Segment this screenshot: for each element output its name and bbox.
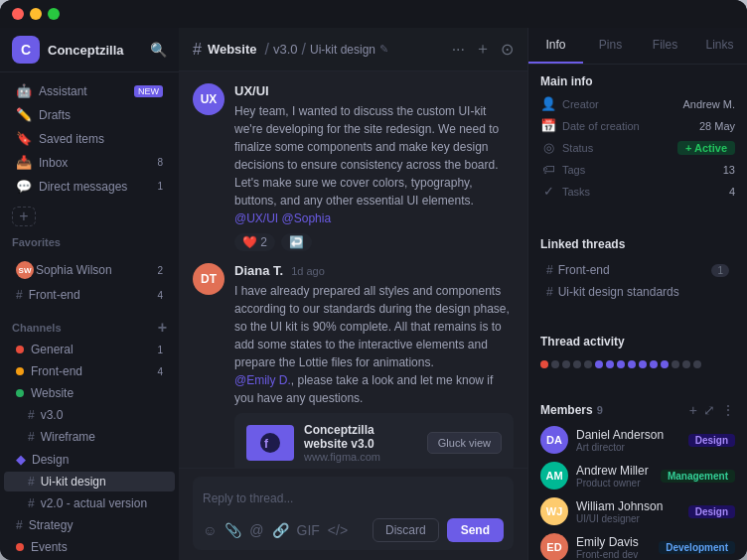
dot-12 xyxy=(661,360,669,368)
channel-general[interactable]: General 1 xyxy=(4,340,175,359)
code-icon[interactable]: </> xyxy=(328,522,348,538)
emoji-icon[interactable]: ☺ xyxy=(203,522,217,538)
more-icon[interactable]: ··· xyxy=(452,41,465,59)
chat-input-field[interactable]: Reply to thread... xyxy=(203,485,504,512)
v20-label: v2.0 - actual version xyxy=(41,496,147,510)
inbox-count: 8 xyxy=(157,157,163,168)
general-dot xyxy=(16,346,24,353)
sidebar-item-drafts[interactable]: ✏️ Drafts xyxy=(4,103,175,126)
gif-icon[interactable]: GIF xyxy=(297,522,320,538)
search-icon[interactable]: 🔍 xyxy=(150,42,167,58)
emily-name: Emily Davis xyxy=(576,535,651,549)
link-icon[interactable]: 🔗 xyxy=(272,522,289,538)
minimize-button[interactable] xyxy=(30,8,42,20)
creator-value: Andrew M. xyxy=(682,98,735,110)
channel-ui-kit[interactable]: # Ui-kit design xyxy=(4,472,175,491)
channels-header: Channels + xyxy=(0,313,179,339)
dot-9 xyxy=(628,360,636,368)
sidebar-item-saved[interactable]: 🔖 Saved items xyxy=(4,127,175,150)
edit-icon[interactable]: ✎ xyxy=(379,43,388,56)
tags-label: Tags xyxy=(562,164,717,176)
william-role: UI/UI designer xyxy=(576,513,680,524)
frontend-label: Front-end xyxy=(31,364,82,378)
discard-button[interactable]: Discard xyxy=(373,518,439,542)
tags-row: 🏷 Tags 13 xyxy=(540,162,735,177)
william-tag: Design xyxy=(688,505,735,518)
channel-events[interactable]: Events xyxy=(4,537,175,557)
add-workspace-button[interactable]: + xyxy=(12,207,36,226)
close-button[interactable] xyxy=(12,8,24,20)
tab-pins[interactable]: Pins xyxy=(583,28,638,64)
channel-v3[interactable]: # v3.0 xyxy=(4,405,175,425)
tasks-label: Tasks xyxy=(562,186,723,198)
hash-icon: # xyxy=(16,288,23,302)
add-channel-icon[interactable]: + xyxy=(158,319,167,337)
expand-members-icon[interactable]: ⤢ xyxy=(703,402,715,418)
dot-13 xyxy=(672,360,679,368)
maximize-button[interactable] xyxy=(48,8,60,20)
attach-icon[interactable]: 📎 xyxy=(224,522,241,538)
msg1-reaction-heart[interactable]: ❤️ 2 xyxy=(234,233,275,251)
chat-version: v3.0 xyxy=(273,42,298,57)
thread1-badge: 1 xyxy=(711,264,729,277)
thread-ui-kit[interactable]: #Ui-kit design standards xyxy=(540,281,735,303)
strategy-hash: # xyxy=(16,518,23,532)
tasks-icon: ✓ xyxy=(540,184,556,199)
tab-links[interactable]: Links xyxy=(692,28,747,64)
creator-label: Creator xyxy=(562,98,676,110)
figma-card: f Conceptzilla website v3.0 www.figma.co… xyxy=(234,413,514,468)
ui-kit-hash: # xyxy=(28,475,35,489)
channel-design[interactable]: ◆ Design xyxy=(4,449,175,470)
creation-label: Date of creation xyxy=(562,120,693,132)
daniel-avatar: DA xyxy=(540,426,568,454)
send-button[interactable]: Send xyxy=(447,518,504,542)
thread-frontend[interactable]: #Front-end 1 xyxy=(540,259,735,281)
members-title: Members 9 xyxy=(540,403,603,417)
tasks-value: 4 xyxy=(729,186,735,198)
channel-wireframe[interactable]: # Wireframe xyxy=(4,427,175,447)
sidebar-item-assistant[interactable]: 🤖 Assistant NEW xyxy=(4,79,175,102)
andrew-avatar: AM xyxy=(540,462,568,490)
saved-label: Saved items xyxy=(39,132,163,146)
msg1-mention-text: @UX/UI @Sophia xyxy=(234,211,331,225)
tags-icon: 🏷 xyxy=(540,162,556,177)
channel-strategy[interactable]: # Strategy xyxy=(4,515,175,535)
add-member-icon[interactable]: + xyxy=(689,402,697,418)
status-label: Status xyxy=(562,142,672,154)
emily-info: Emily Davis Front-end dev xyxy=(576,535,651,560)
channel-frontend[interactable]: Front-end 4 xyxy=(4,361,175,381)
design-dot: ◆ xyxy=(16,452,26,467)
msg1-reaction-reply[interactable]: ↩️ xyxy=(281,233,312,251)
tab-files[interactable]: Files xyxy=(638,28,692,64)
members-count: 9 xyxy=(597,404,603,416)
add-to-header-icon[interactable]: ＋ xyxy=(475,39,491,60)
sidebar-item-sophia[interactable]: SW Sophia Wilson 2 xyxy=(4,257,175,283)
channel-v20[interactable]: # v2.0 - actual version xyxy=(4,493,175,513)
settings-icon[interactable]: ⊙ xyxy=(501,40,514,59)
msg1-content: UX/UI Hey team, I wanted to discuss the … xyxy=(234,83,514,251)
andrew-role: Product owner xyxy=(576,478,653,489)
channels-label: Channels xyxy=(12,322,62,334)
msg2-avatar: DT xyxy=(193,263,224,295)
msg2-header: Diana T. 1d ago xyxy=(234,263,514,278)
mention-icon[interactable]: @ xyxy=(249,522,263,538)
title-bar xyxy=(0,0,747,28)
sidebar-item-inbox[interactable]: 📥 Inbox 8 xyxy=(4,151,175,174)
msg1-header: UX/UI xyxy=(234,83,514,98)
chat-input-toolbar: ☺ 📎 @ 🔗 GIF </> Discard Send xyxy=(203,518,504,542)
figma-view-button[interactable]: Gluck view xyxy=(427,432,502,454)
sidebar-item-frontend-fav[interactable]: # Front-end 4 xyxy=(4,284,175,306)
assistant-label: Assistant xyxy=(39,84,130,98)
favorites-label: Favorites xyxy=(12,236,61,248)
sidebar-item-dm[interactable]: 💬 Direct messages 1 xyxy=(4,175,175,198)
thread1-label: Front-end xyxy=(558,263,610,277)
filter-members-icon[interactable]: ⋮ xyxy=(721,402,735,418)
chat-header: # Website / v3.0 / Ui-kit design ✎ ··· ＋… xyxy=(179,28,527,71)
daniel-info: Daniel Anderson Art director xyxy=(576,428,680,453)
figma-thumbnail: f xyxy=(246,425,294,461)
channel-website[interactable]: Website xyxy=(4,383,175,403)
tab-info[interactable]: Info xyxy=(528,28,583,64)
members-header: Members 9 + ⤢ ⋮ xyxy=(540,402,735,418)
main-info-section: Main info 👤 Creator Andrew M. 📅 Date of … xyxy=(528,65,747,215)
saved-icon: 🔖 xyxy=(16,131,32,146)
